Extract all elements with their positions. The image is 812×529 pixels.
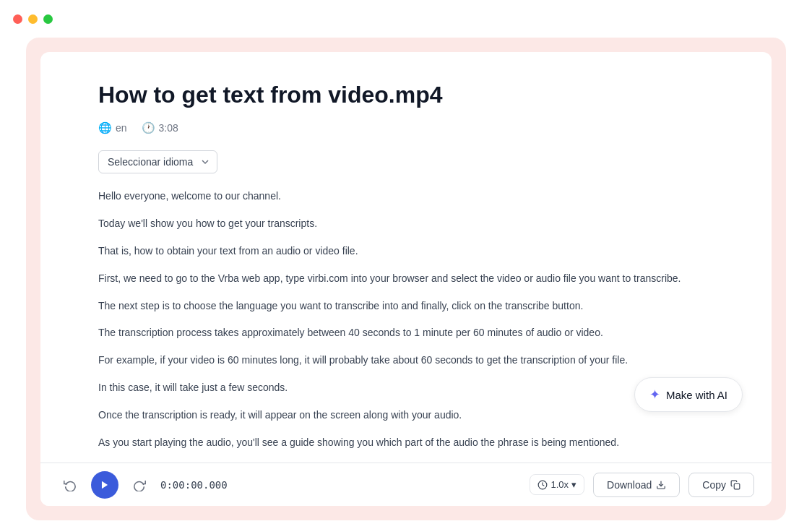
speed-value: 1.0x	[550, 479, 569, 490]
duration-value: 3:08	[159, 122, 178, 134]
ai-button-label: Make with AI	[666, 389, 727, 401]
svg-marker-0	[102, 481, 108, 489]
meta-row: 🌐 en 🕐 3:08	[98, 121, 714, 134]
language-value: en	[116, 122, 127, 134]
bottom-toolbar: 0:00:00.000 1.0x ▾ Download Cop	[40, 463, 772, 506]
duration-meta: 🕐 3:08	[142, 121, 178, 134]
transcript-para-6: The transcription process takes approxim…	[98, 324, 714, 342]
page-title: How to get text from video.mp4	[98, 81, 714, 108]
time-display: 0:00:00.000	[160, 479, 228, 491]
download-button[interactable]: Download	[593, 473, 680, 497]
transcript-para-8: In this case, it will take just a few se…	[98, 379, 714, 397]
app-wrapper: How to get text from video.mp4 🌐 en 🕐 3:…	[26, 38, 786, 520]
language-selector-wrapper: Seleccionar idiomaEnglishSpanishFrenchGe…	[98, 150, 714, 173]
transcript-para-3: That is, how to obtain your text from an…	[98, 243, 714, 260]
make-with-ai-button[interactable]: ✦ Make with AI	[634, 377, 743, 412]
close-button[interactable]	[13, 14, 22, 24]
rewind-button[interactable]	[58, 473, 82, 497]
download-icon	[656, 480, 666, 490]
clock-mini-icon	[537, 480, 548, 490]
transcript-para-2: Today we'll show you how to get your tra…	[98, 215, 714, 233]
language-meta: 🌐 en	[98, 121, 127, 134]
minimize-button[interactable]	[28, 14, 38, 24]
play-button[interactable]	[91, 471, 118, 499]
maximize-button[interactable]	[43, 14, 53, 24]
copy-label: Copy	[702, 479, 726, 491]
forward-button[interactable]	[127, 473, 152, 497]
title-bar	[0, 0, 812, 38]
transcript-area[interactable]: How to get text from video.mp4 🌐 en 🕐 3:…	[40, 52, 772, 463]
speed-chevron-icon: ▾	[571, 479, 576, 490]
language-select[interactable]: Seleccionar idiomaEnglishSpanishFrenchGe…	[98, 150, 217, 173]
ai-sparkle-icon: ✦	[649, 387, 660, 403]
download-label: Download	[607, 479, 652, 491]
copy-icon	[730, 480, 740, 490]
transcript-para-1: Hello everyone, welcome to our channel.	[98, 188, 714, 205]
content-card: How to get text from video.mp4 🌐 en 🕐 3:…	[40, 52, 772, 506]
speed-button[interactable]: 1.0x ▾	[530, 474, 584, 495]
transcript-para-7: For example, if your video is 60 minutes…	[98, 352, 714, 369]
transcript-para-4: First, we need to go to the Vrba web app…	[98, 270, 714, 288]
clock-icon: 🕐	[142, 121, 155, 134]
copy-button[interactable]: Copy	[688, 473, 754, 497]
transcript-para-5: The next step is to choose the language …	[98, 298, 714, 315]
globe-icon: 🌐	[98, 121, 112, 134]
transcript-para-10: As you start playing the audio, you'll s…	[98, 434, 714, 452]
svg-rect-3	[734, 483, 740, 489]
transcript-para-9: Once the transcription is ready, it will…	[98, 407, 714, 424]
